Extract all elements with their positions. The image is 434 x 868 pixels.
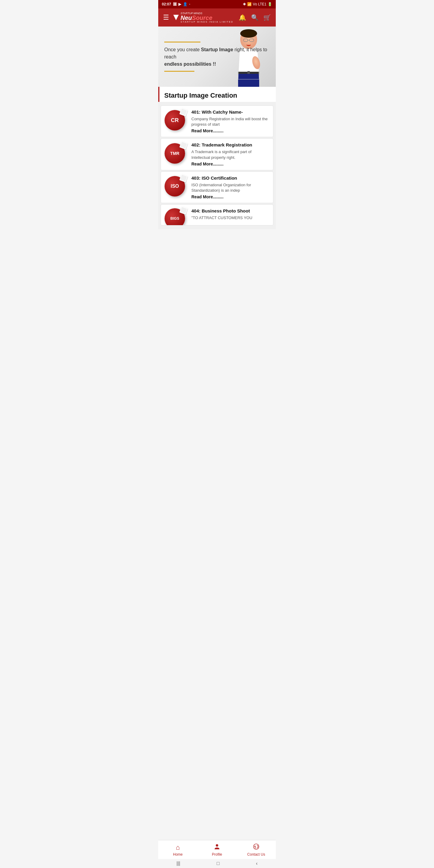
tmr-text: TMR xyxy=(170,151,179,156)
hero-text-1: Once you create xyxy=(164,47,201,52)
photo-icon: 🖼 xyxy=(173,2,177,6)
list-item[interactable]: TMR 402: Trademark Registration A Tradem… xyxy=(161,138,273,170)
section-title-area: Startup Image Creation xyxy=(158,87,276,102)
item-readmore-402[interactable]: Read More......... xyxy=(191,161,270,166)
item-title-404: 404: Business Photo Shoot xyxy=(191,208,270,213)
menu-button[interactable]: ☰ xyxy=(163,13,169,22)
tmr-icon-wrapper: TMR xyxy=(164,143,186,164)
item-desc-402: A Trademark is a significant part of Int… xyxy=(191,149,270,160)
items-list: CR 401: With Catchy Name- Company Regist… xyxy=(158,102,276,229)
app-header: ☰ STARTUP MINDS NeuSource STARTUP MINDS … xyxy=(158,8,276,27)
time-display: 02:07 xyxy=(162,2,171,6)
item-content-402: 402: Trademark Registration A Trademark … xyxy=(191,142,270,166)
notification-button[interactable]: 🔔 xyxy=(239,14,246,21)
hero-banner: Once you create Startup Image right, it … xyxy=(158,27,276,87)
battery-icon: 🔋 xyxy=(268,2,272,6)
item-icon-tmr: TMR xyxy=(164,143,187,166)
item-readmore-403[interactable]: Read More......... xyxy=(191,194,270,199)
item-icon-cr: CR xyxy=(164,110,187,133)
hero-text-area: Once you create Startup Image right, it … xyxy=(158,36,276,78)
youtube-icon: ▶ xyxy=(179,2,181,6)
dot-icon: · xyxy=(189,2,190,6)
item-title-401: 401: With Catchy Name- xyxy=(191,110,270,115)
item-desc-401: Company Registration in India will boost… xyxy=(191,116,270,127)
hero-bottom-line xyxy=(164,71,194,72)
bluetooth-icon: ✱ xyxy=(243,2,246,6)
wifi-icon: 📶 xyxy=(247,2,252,6)
logo-icon xyxy=(173,14,179,21)
list-item[interactable]: CR 401: With Catchy Name- Company Regist… xyxy=(161,105,273,137)
logo-tagline: STARTUP MINDS INDIA LIMITED xyxy=(181,21,233,23)
main-content: Startup Image Creation CR 401: With Catc… xyxy=(158,87,276,253)
signal-icon: Vo LTE1 xyxy=(253,2,267,6)
hero-text-bold-1: Startup Image xyxy=(201,47,233,52)
iso-text: ISO xyxy=(170,184,179,189)
logo-main-text: NeuSource xyxy=(181,15,233,21)
item-title-402: 402: Trademark Registration xyxy=(191,142,270,147)
list-item-partial[interactable]: BIGS 404: Business Photo Shoot "TO ATTRA… xyxy=(161,204,273,225)
bigs-text: BIGS xyxy=(170,216,179,221)
cr-icon-wrapper: CR xyxy=(164,110,186,131)
app-logo: STARTUP MINDS NeuSource STARTUP MINDS IN… xyxy=(173,12,233,23)
status-bar: 02:07 🖼 ▶ 👤 · ✱ 📶 Vo LTE1 🔋 xyxy=(158,0,276,8)
bigs-icon-wrapper: BIGS xyxy=(164,208,186,225)
user-status-icon: 👤 xyxy=(183,2,187,6)
cr-text: CR xyxy=(171,117,179,124)
item-content-401: 401: With Catchy Name- Company Registrat… xyxy=(191,110,270,133)
section-title: Startup Image Creation xyxy=(164,92,271,99)
status-time-area: 02:07 🖼 ▶ 👤 · xyxy=(162,2,190,6)
status-indicators: ✱ 📶 Vo LTE1 🔋 xyxy=(243,2,272,6)
list-item[interactable]: ISO 403: ISO Certification ISO (Internat… xyxy=(161,172,273,203)
item-readmore-401[interactable]: Read More......... xyxy=(191,128,270,133)
item-icon-iso: ISO xyxy=(164,176,187,198)
logo-text-area: STARTUP MINDS NeuSource STARTUP MINDS IN… xyxy=(181,12,233,23)
iso-icon-wrapper: ISO xyxy=(164,176,186,197)
hero-text-bold-2: endless possibilities !! xyxy=(164,61,216,67)
search-button[interactable]: 🔍 xyxy=(251,14,258,21)
item-desc-404: "TO ATTRACT CUSTOMERS YOU xyxy=(191,215,270,221)
cart-button[interactable]: 🛒 xyxy=(264,14,271,21)
hero-title: Once you create Startup Image right, it … xyxy=(164,46,270,68)
item-title-403: 403: ISO Certification xyxy=(191,176,270,181)
item-content-404: 404: Business Photo Shoot "TO ATTRACT CU… xyxy=(191,208,270,222)
header-left-area: ☰ STARTUP MINDS NeuSource STARTUP MINDS … xyxy=(163,12,233,23)
item-desc-403: ISO (International Organization for Stan… xyxy=(191,182,270,193)
header-right-area: 🔔 🔍 🛒 xyxy=(239,14,271,21)
hero-top-line xyxy=(164,41,200,42)
item-content-403: 403: ISO Certification ISO (Internationa… xyxy=(191,176,270,199)
svg-marker-0 xyxy=(173,15,179,20)
item-icon-bigs: BIGS xyxy=(164,208,187,225)
